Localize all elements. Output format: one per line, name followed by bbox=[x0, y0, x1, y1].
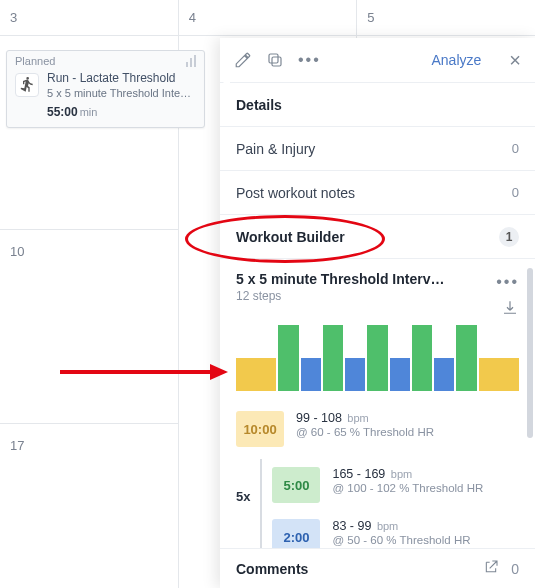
step-repeat-block: 5x 5:00 165 - 169 bpm @ 100 - 102 % Thre… bbox=[236, 455, 519, 563]
day-number: 10 bbox=[10, 244, 24, 259]
svg-rect-0 bbox=[272, 57, 281, 66]
svg-rect-1 bbox=[269, 54, 278, 63]
interval-bar-rest bbox=[301, 358, 321, 391]
step-range: 99 - 108 bpm bbox=[296, 411, 434, 425]
interval-bar-work bbox=[367, 325, 387, 391]
section-label: Pain & Injury bbox=[236, 141, 315, 157]
day-number: 17 bbox=[10, 438, 24, 453]
step-range: 83 - 99 bpm bbox=[332, 519, 470, 533]
workout-card-duration: 55:00min bbox=[47, 105, 191, 119]
workout-builder-body: 5 x 5 minute Threshold Interv… 12 steps … bbox=[220, 258, 535, 563]
section-count: 0 bbox=[512, 185, 519, 200]
workout-card-title: Run - Lactate Threshold bbox=[47, 71, 191, 86]
step-target: @ 50 - 60 % Threshold HR bbox=[332, 534, 470, 546]
open-external-icon[interactable] bbox=[483, 559, 499, 578]
section-count-badge: 1 bbox=[499, 227, 519, 247]
analyze-link[interactable]: Analyze bbox=[432, 52, 482, 68]
step-warmup[interactable]: 10:00 99 - 108 bpm @ 60 - 65 % Threshold… bbox=[236, 403, 519, 455]
more-menu-icon[interactable]: ••• bbox=[298, 51, 321, 69]
section-label: Post workout notes bbox=[236, 185, 355, 201]
download-icon[interactable] bbox=[501, 299, 519, 321]
planned-label: Planned bbox=[15, 55, 55, 67]
section-label: Workout Builder bbox=[236, 229, 345, 245]
section-comments[interactable]: Comments 0 bbox=[220, 548, 535, 588]
copy-icon[interactable] bbox=[266, 51, 284, 69]
step-target: @ 60 - 65 % Threshold HR bbox=[296, 426, 434, 438]
section-label: Details bbox=[236, 97, 282, 113]
mini-chart-icon bbox=[186, 55, 196, 67]
planned-workout-card[interactable]: Planned Run - Lactate Threshold 5 x 5 mi… bbox=[6, 50, 205, 128]
step-duration: 5:00 bbox=[272, 467, 320, 503]
step-duration: 10:00 bbox=[236, 411, 284, 447]
repeat-count: 5x bbox=[236, 489, 250, 504]
interval-bar-warmup bbox=[236, 358, 276, 391]
section-post-workout-notes[interactable]: Post workout notes 0 bbox=[220, 170, 535, 214]
interval-bar-work bbox=[412, 325, 432, 391]
interval-bar-rest bbox=[345, 358, 365, 391]
builder-steps-count: 12 steps bbox=[236, 289, 519, 303]
step-list: 10:00 99 - 108 bpm @ 60 - 65 % Threshold… bbox=[236, 403, 519, 563]
interval-bar-cooldown bbox=[479, 358, 519, 391]
interval-chart bbox=[236, 325, 519, 391]
builder-title: 5 x 5 minute Threshold Interv… bbox=[236, 271, 456, 287]
scrollbar-thumb[interactable] bbox=[527, 268, 533, 438]
section-details[interactable]: Details bbox=[220, 82, 535, 126]
interval-bar-rest bbox=[390, 358, 410, 391]
step-range: 165 - 169 bpm bbox=[332, 467, 483, 481]
run-icon bbox=[15, 73, 39, 97]
section-pain-injury[interactable]: Pain & Injury 0 bbox=[220, 126, 535, 170]
edit-icon[interactable] bbox=[234, 51, 252, 69]
panel-toolbar: ••• Analyze × bbox=[220, 38, 535, 82]
builder-more-icon[interactable]: ••• bbox=[496, 273, 519, 291]
interval-bar-work bbox=[278, 325, 298, 391]
section-count: 0 bbox=[512, 141, 519, 156]
workout-detail-panel: ••• Analyze × Details Pain & Injury 0 Po… bbox=[220, 38, 535, 588]
step-target: @ 100 - 102 % Threshold HR bbox=[332, 482, 483, 494]
day-number: 4 bbox=[189, 10, 196, 25]
section-workout-builder[interactable]: Workout Builder 1 bbox=[220, 214, 535, 258]
close-icon[interactable]: × bbox=[509, 49, 521, 72]
comments-count: 0 bbox=[511, 561, 519, 577]
interval-bar-rest bbox=[434, 358, 454, 391]
interval-bar-work bbox=[456, 325, 476, 391]
step-work[interactable]: 5:00 165 - 169 bpm @ 100 - 102 % Thresho… bbox=[272, 459, 519, 511]
day-number: 5 bbox=[367, 10, 374, 25]
day-number: 3 bbox=[10, 10, 17, 25]
interval-bar-work bbox=[323, 325, 343, 391]
workout-card-subtitle: 5 x 5 minute Threshold Inte… bbox=[47, 87, 191, 99]
section-label: Comments bbox=[236, 561, 308, 577]
